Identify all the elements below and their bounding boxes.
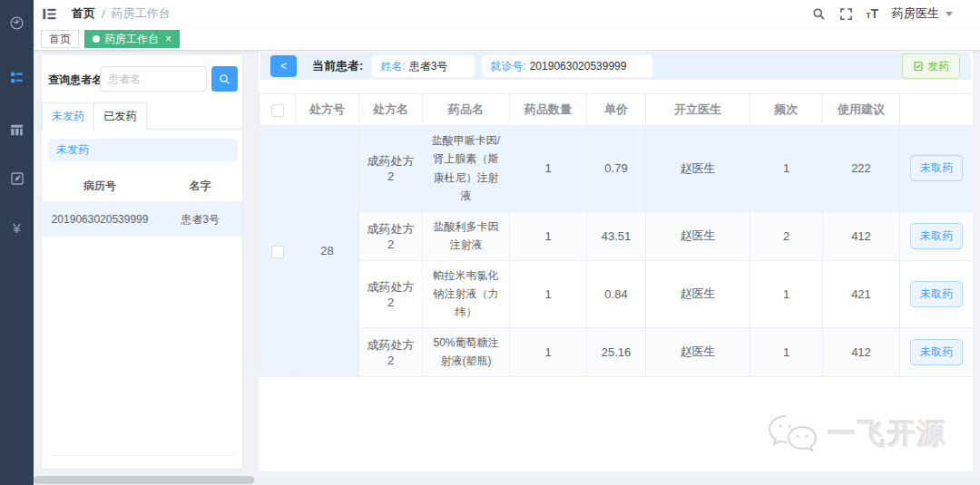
frequency-cell: 1 <box>750 260 823 327</box>
select-all-checkbox[interactable] <box>271 104 284 117</box>
col-name: 名字 <box>158 179 242 194</box>
tag-pharmacy-workbench[interactable]: 药房工作台 × <box>84 30 180 48</box>
prescription-name-cell: 成药处方2 <box>359 260 423 327</box>
col-usage-advice: 使用建议 <box>823 94 900 126</box>
col-doctor: 开立医生 <box>646 94 750 126</box>
watermark-text: 一飞开源 <box>828 415 947 453</box>
col-record-no: 病历号 <box>42 179 158 194</box>
action-cell: 未取药 <box>900 126 974 212</box>
prescription-name-cell: 成药处方2 <box>359 211 423 260</box>
tagbar: 首页 药房工作台 × <box>34 27 980 51</box>
wechat-bubbles-icon <box>766 413 818 455</box>
row-select-cell <box>260 126 296 377</box>
col-prescription-no: 处方号 <box>296 94 359 126</box>
not-collected-button[interactable]: 未取药 <box>910 281 963 307</box>
doctor-cell: 赵医生 <box>646 327 750 376</box>
current-patient-label: 当前患者: <box>312 58 363 74</box>
price-cell: 0.79 <box>587 126 646 212</box>
tag-home[interactable]: 首页 <box>41 30 79 48</box>
col-unit-price: 单价 <box>587 94 646 126</box>
name-value: 患者3号 <box>409 59 448 74</box>
frequency-cell: 1 <box>750 327 823 376</box>
qty-cell: 1 <box>510 126 587 212</box>
sidebar-item-forms[interactable] <box>0 161 34 196</box>
not-collected-button[interactable]: 未取药 <box>910 339 963 365</box>
hamburger-icon[interactable] <box>42 7 57 21</box>
collapse-back-button[interactable]: < <box>270 55 297 77</box>
prescription-name-cell: 成药处方2 <box>359 327 423 376</box>
panel-divider <box>48 455 236 456</box>
qty-cell: 1 <box>510 260 587 327</box>
breadcrumb-home[interactable]: 首页 <box>72 5 95 22</box>
form-edit-icon <box>10 171 24 186</box>
frequency-cell: 1 <box>750 126 823 212</box>
search-icon[interactable] <box>812 7 826 21</box>
col-frequency: 频次 <box>750 94 823 126</box>
table-icon <box>9 122 24 138</box>
user-menu[interactable]: 药房医生 <box>892 5 953 22</box>
doctor-cell: 赵医生 <box>646 126 750 212</box>
sidebar-item-tables[interactable] <box>0 112 34 147</box>
patient-row[interactable]: 2019063020539999 患者3号 <box>42 202 242 237</box>
horizontal-scrollbar[interactable] <box>34 475 980 485</box>
col-actions <box>900 94 974 126</box>
frequency-cell: 2 <box>750 211 823 260</box>
patient-panel: 查询患者名: 未发药 已发药 未发药 病历号 名字 20190630205399… <box>41 54 243 470</box>
fullscreen-icon[interactable] <box>839 7 853 21</box>
tab-not-dispensed[interactable]: 未发药 <box>42 102 94 131</box>
price-cell: 0.84 <box>587 260 646 327</box>
tab-dispensed[interactable]: 已发药 <box>94 102 147 130</box>
user-name: 药房医生 <box>892 5 939 22</box>
dispense-button[interactable]: 发药 <box>902 53 960 79</box>
patient-list-header: 病历号 名字 <box>42 171 242 202</box>
sidebar-item-workbench[interactable] <box>0 60 34 94</box>
qty-cell: 1 <box>510 211 587 260</box>
drug-name-cell: 50%葡萄糖注射液(塑瓶) <box>423 327 510 376</box>
name-label: 姓名: <box>380 59 405 74</box>
advice-cell: 412 <box>823 211 900 260</box>
advice-cell: 412 <box>823 327 900 376</box>
font-size-icon[interactable]: тT <box>867 6 878 21</box>
table-row: 28 成药处方2 盐酸甲哌卡因/肾上腺素（斯康杜尼）注射液 1 0.79 赵医生… <box>260 126 974 212</box>
dispense-icon <box>913 61 924 72</box>
doctor-cell: 赵医生 <box>646 211 750 260</box>
drug-name-cell: 帕拉米韦氯化钠注射液（力纬） <box>423 260 510 327</box>
tag-pharmacy-label: 药房工作台 <box>104 31 159 47</box>
patient-search-button[interactable] <box>211 66 238 92</box>
current-patient-bar: < 当前患者: 姓名: 患者3号 就诊号: 2019063020539999 发… <box>260 53 971 80</box>
close-icon[interactable]: × <box>165 34 172 44</box>
advice-cell: 222 <box>823 126 900 212</box>
prescription-table: 处方号 处方名 药品名 药品数量 单价 开立医生 频次 使用建议 28 成药处方… <box>259 93 974 377</box>
action-cell: 未取药 <box>900 260 974 327</box>
drug-name-cell: 盐酸甲哌卡因/肾上腺素（斯康杜尼）注射液 <box>423 126 510 212</box>
not-collected-button[interactable]: 未取药 <box>910 155 963 181</box>
breadcrumb-current: 药房工作台 <box>112 5 171 22</box>
row-checkbox[interactable] <box>271 246 284 258</box>
prescription-no-cell: 28 <box>296 126 359 377</box>
app-sidebar: ¥ <box>0 0 34 485</box>
table-row: 成药处方2 50%葡萄糖注射液(塑瓶) 1 25.16 赵医生 1 412 未取… <box>260 327 974 376</box>
chevron-down-icon <box>946 12 953 16</box>
status-alert: 未发药 <box>48 139 238 161</box>
table-row: 成药处方2 帕拉米韦氯化钠注射液（力纬） 1 0.84 赵医生 1 421 未取… <box>260 260 974 327</box>
top-header: 首页 / 药房工作台 тT 药房医生 <box>34 0 980 27</box>
search-icon <box>219 73 230 85</box>
table-header-row: 处方号 处方名 药品名 药品数量 单价 开立医生 频次 使用建议 <box>260 94 974 126</box>
patient-search-label: 查询患者名: <box>48 73 106 88</box>
visit-no-box: 就诊号: 2019063020539999 <box>482 55 652 77</box>
not-collected-button[interactable]: 未取药 <box>910 223 963 249</box>
sidebar-item-finance[interactable]: ¥ <box>0 210 34 245</box>
col-prescription-name: 处方名 <box>359 94 423 126</box>
patient-search-input[interactable] <box>100 66 207 92</box>
sidebar-item-dashboard[interactable] <box>0 5 34 40</box>
money-icon: ¥ <box>13 220 20 236</box>
horizontal-scrollbar-thumb[interactable] <box>34 476 254 484</box>
patient-record-no: 2019063020539999 <box>42 213 158 226</box>
col-drug-qty: 药品数量 <box>510 94 587 126</box>
table-row: 成药处方2 盐酸利多卡因注射液 1 43.51 赵医生 2 412 未取药 <box>260 211 974 260</box>
prescription-panel: < 当前患者: 姓名: 患者3号 就诊号: 2019063020539999 发… <box>259 51 973 471</box>
watermark: 一飞开源 <box>766 413 947 455</box>
price-cell: 25.16 <box>587 327 646 376</box>
header-select-cell <box>260 94 296 126</box>
visit-label: 就诊号: <box>490 59 525 74</box>
